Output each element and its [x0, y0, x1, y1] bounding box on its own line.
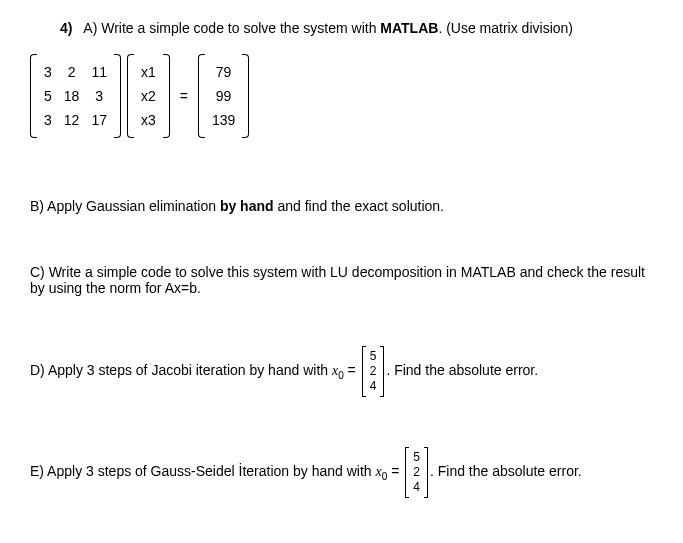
- matrix-A: 3211 5183 31217: [30, 54, 121, 138]
- part-E: E) Apply 3 steps of Gauss-Seidel İterati…: [30, 447, 653, 498]
- vector-b: 79 99 139: [198, 54, 249, 138]
- partB-pre: B) Apply Gaussian elimination: [30, 198, 220, 214]
- partD-eq: =: [344, 362, 360, 378]
- partD-pre: D) Apply 3 steps of Jacobi iteration by …: [30, 362, 332, 378]
- partB-bold: by hand: [220, 198, 274, 214]
- equation-row: 3211 5183 31217 x1 x2 x3 = 79 99 139: [30, 54, 653, 138]
- partA-tail: . (Use matrix division): [438, 20, 573, 36]
- partE-pre: E) Apply 3 steps of Gauss-Seidel İterati…: [30, 463, 376, 479]
- q-number: 4): [60, 20, 72, 36]
- part-D: D) Apply 3 steps of Jacobi iteration by …: [30, 346, 653, 397]
- partA-bold: MATLAB: [380, 20, 438, 36]
- partD-tail: . Find the absolute error.: [386, 362, 538, 378]
- partC-text: C) Write a simple code to solve this sys…: [30, 264, 645, 296]
- equals-sign: =: [180, 88, 188, 104]
- vector-x: x1 x2 x3: [127, 54, 170, 138]
- partE-tail: . Find the absolute error.: [430, 463, 582, 479]
- vector-x0-d: 5 2 4: [362, 346, 385, 397]
- part-C: C) Write a simple code to solve this sys…: [30, 264, 653, 296]
- partA-text: A) Write a simple code to solve the syst…: [83, 20, 380, 36]
- partB-tail: and find the exact solution.: [274, 198, 444, 214]
- part-B: B) Apply Gaussian elimination by hand an…: [30, 198, 653, 214]
- vector-x0-e: 5 2 4: [405, 447, 428, 498]
- partE-eq: =: [387, 463, 403, 479]
- question-header: 4) A) Write a simple code to solve the s…: [60, 20, 653, 36]
